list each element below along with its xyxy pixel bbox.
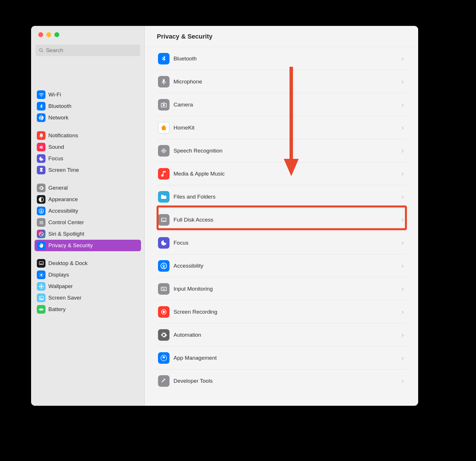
chevron-right-icon: › bbox=[401, 78, 405, 86]
settings-window: Wi-FiBluetoothNetworkNotificationsSoundF… bbox=[31, 26, 418, 406]
content-body: Bluetooth›Microphone›Camera›HomeKit›Spee… bbox=[145, 47, 418, 406]
sliders-icon bbox=[37, 218, 45, 227]
settings-row-screen-recording[interactable]: Screen Recording› bbox=[156, 300, 407, 323]
chevron-right-icon: › bbox=[401, 124, 405, 132]
sidebar-item-accessibility[interactable]: Accessibility bbox=[35, 205, 141, 217]
sidebar-item-screen-time[interactable]: Screen Time bbox=[35, 164, 141, 176]
sidebar-list: Wi-FiBluetoothNetworkNotificationsSoundF… bbox=[31, 89, 144, 321]
settings-row-label: Developer Tools bbox=[174, 378, 397, 384]
window-controls bbox=[31, 26, 144, 42]
sidebar-group: Desktop & DockDisplaysWallpaperScreen Sa… bbox=[35, 258, 141, 315]
settings-row-input-monitoring[interactable]: Input Monitoring› bbox=[156, 277, 407, 300]
settings-row-accessibility[interactable]: Accessibility› bbox=[156, 254, 407, 277]
sidebar-item-label: General bbox=[48, 185, 68, 191]
settings-row-developer-tools[interactable]: Developer Tools› bbox=[156, 369, 407, 393]
sidebar-item-label: Appearance bbox=[48, 196, 78, 203]
settings-row-label: Files and Folders bbox=[174, 194, 397, 200]
mic-icon bbox=[158, 76, 170, 87]
chevron-right-icon: › bbox=[401, 216, 405, 224]
search-wrap bbox=[31, 42, 144, 60]
sidebar-item-label: Accessibility bbox=[48, 208, 78, 214]
camera-icon bbox=[158, 99, 170, 111]
settings-row-label: Microphone bbox=[174, 79, 397, 85]
folder-icon bbox=[158, 191, 170, 203]
sidebar-item-notifications[interactable]: Notifications bbox=[35, 130, 141, 141]
close-button[interactable] bbox=[38, 32, 43, 37]
sidebar-item-siri-spotlight[interactable]: Siri & Spotlight bbox=[35, 228, 141, 240]
sidebar-item-label: Focus bbox=[48, 155, 63, 162]
settings-row-full-disk-access[interactable]: Full Disk Access› bbox=[156, 208, 407, 231]
image-icon bbox=[37, 294, 45, 302]
sidebar-item-displays[interactable]: Displays bbox=[35, 269, 141, 281]
sidebar-item-label: Wallpaper bbox=[48, 283, 73, 289]
chevron-right-icon: › bbox=[401, 55, 405, 63]
appstore-icon bbox=[158, 352, 170, 364]
sidebar-item-general[interactable]: General bbox=[35, 182, 141, 194]
settings-row-files-and-folders[interactable]: Files and Folders› bbox=[156, 185, 407, 208]
settings-row-media-apple-music[interactable]: Media & Apple Music› bbox=[156, 162, 407, 185]
settings-row-label: Accessibility bbox=[174, 263, 397, 269]
hand-icon bbox=[37, 241, 45, 250]
settings-row-homekit[interactable]: HomeKit› bbox=[156, 116, 407, 139]
settings-row-label: Bluetooth bbox=[174, 56, 397, 62]
globe-icon bbox=[37, 113, 45, 122]
settings-row-label: Screen Recording bbox=[174, 309, 397, 315]
settings-row-focus[interactable]: Focus› bbox=[156, 231, 407, 254]
settings-row-automation[interactable]: Automation› bbox=[156, 323, 407, 346]
home-icon bbox=[158, 122, 170, 134]
minimize-button[interactable] bbox=[46, 32, 51, 37]
sidebar-item-desktop-dock[interactable]: Desktop & Dock bbox=[35, 258, 141, 269]
wifi-icon bbox=[37, 90, 45, 99]
maximize-button[interactable] bbox=[54, 32, 59, 37]
sidebar-item-label: Siri & Spotlight bbox=[48, 231, 84, 237]
chevron-right-icon: › bbox=[401, 377, 405, 385]
chevron-right-icon: › bbox=[401, 354, 405, 362]
sidebar-item-control-center[interactable]: Control Center bbox=[35, 217, 141, 228]
sidebar-item-network[interactable]: Network bbox=[35, 112, 141, 123]
search-input[interactable] bbox=[46, 47, 137, 54]
record-icon bbox=[158, 306, 170, 318]
sun-icon bbox=[37, 270, 45, 279]
sidebar-item-label: Network bbox=[48, 115, 68, 121]
page-title: Privacy & Security bbox=[157, 33, 212, 40]
sidebar: Wi-FiBluetoothNetworkNotificationsSoundF… bbox=[31, 26, 145, 406]
search-field[interactable] bbox=[35, 45, 140, 56]
sidebar-item-label: Wi-Fi bbox=[48, 92, 61, 98]
sidebar-item-screen-saver[interactable]: Screen Saver bbox=[35, 292, 141, 304]
chevron-right-icon: › bbox=[401, 285, 405, 293]
sidebar-item-label: Sound bbox=[48, 144, 64, 150]
settings-row-label: Camera bbox=[174, 102, 397, 108]
sidebar-item-focus[interactable]: Focus bbox=[35, 153, 141, 164]
sidebar-item-wi-fi[interactable]: Wi-Fi bbox=[35, 89, 141, 100]
keyboard-icon bbox=[158, 283, 170, 295]
settings-row-label: Automation bbox=[174, 332, 397, 338]
settings-row-speech-recognition[interactable]: Speech Recognition› bbox=[156, 139, 407, 162]
sidebar-item-battery[interactable]: Battery bbox=[35, 304, 141, 315]
settings-row-camera[interactable]: Camera› bbox=[156, 93, 407, 116]
gear-icon bbox=[37, 184, 45, 192]
chevron-right-icon: › bbox=[401, 262, 405, 270]
settings-row-bluetooth[interactable]: Bluetooth› bbox=[156, 47, 407, 70]
settings-row-app-management[interactable]: App Management› bbox=[156, 346, 407, 369]
sidebar-item-bluetooth[interactable]: Bluetooth bbox=[35, 100, 141, 112]
sidebar-item-label: Bluetooth bbox=[48, 103, 71, 109]
sidebar-group: GeneralAppearanceAccessibilityControl Ce… bbox=[35, 182, 141, 251]
sidebar-item-privacy-security[interactable]: Privacy & Security bbox=[35, 240, 141, 251]
search-icon bbox=[39, 48, 44, 53]
sidebar-item-sound[interactable]: Sound bbox=[35, 141, 141, 153]
sidebar-group: NotificationsSoundFocusScreen Time bbox=[35, 130, 141, 176]
sidebar-item-wallpaper[interactable]: Wallpaper bbox=[35, 281, 141, 292]
sidebar-item-appearance[interactable]: Appearance bbox=[35, 194, 141, 205]
settings-row-label: App Management bbox=[174, 355, 397, 361]
sidebar-item-label: Screen Saver bbox=[48, 295, 81, 301]
siri-icon bbox=[37, 230, 45, 238]
hammer-icon bbox=[158, 375, 170, 387]
speaker-icon bbox=[37, 143, 45, 151]
bluetooth-icon bbox=[158, 53, 170, 64]
settings-row-label: Media & Apple Music bbox=[174, 171, 397, 177]
sidebar-group: Wi-FiBluetoothNetwork bbox=[35, 89, 141, 123]
sidebar-item-label: Screen Time bbox=[48, 167, 79, 173]
chevron-right-icon: › bbox=[401, 308, 405, 316]
settings-row-microphone[interactable]: Microphone› bbox=[156, 70, 407, 93]
content-header: Privacy & Security bbox=[145, 26, 418, 47]
